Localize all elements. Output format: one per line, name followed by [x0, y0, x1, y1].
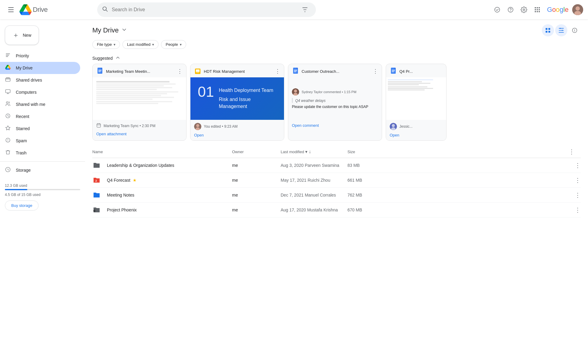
svg-point-21 [6, 102, 8, 103]
hdt-line2: Risk and Issue Management [219, 96, 277, 110]
sidebar-item-label-storage: Storage [16, 168, 31, 173]
menu-button[interactable] [5, 4, 17, 16]
card-action-marketing[interactable]: Open attachment [96, 132, 127, 136]
file-name-project-phoenix: Project Phoenix [107, 207, 232, 212]
sidebar-item-spam[interactable]: Spam [0, 135, 80, 147]
card-meta-hdt: You edited • 9:23 AM [194, 123, 280, 130]
file-more-button-project-phoenix[interactable]: ⋮ [575, 207, 581, 213]
sidebar-item-shared-drives[interactable]: Shared drives [0, 74, 80, 86]
card-header-left-marketing: Marketing Team Meetin... [96, 68, 150, 75]
sort-direction-icon: ▾ [305, 149, 307, 154]
file-row-q4-forecast[interactable]: 2 Q4 Forecast ★ me May 17, 2021 Ruichi Z… [92, 173, 581, 188]
app-name: Drive [33, 6, 48, 14]
card-footer-marketing: Marketing Team Sync • 2:30 PM Open attac… [93, 120, 186, 139]
drive-title-chevron-icon[interactable] [121, 27, 127, 34]
buy-storage-button[interactable]: Buy storage [5, 201, 39, 211]
filter-chip-last-modified[interactable]: Last modified ▾ [122, 40, 159, 49]
new-button[interactable]: ＋ New [5, 25, 39, 45]
file-row-project-phoenix[interactable]: Project Phoenix me Aug 17, 2020 Mustafa … [92, 203, 581, 217]
commenter-info-outreach: Sydney Taylor commented • 1:15 PM [302, 90, 356, 94]
card-footer-q4: Jessic... Open [386, 120, 446, 140]
svg-point-30 [562, 30, 563, 31]
file-more-button-leadership[interactable]: ⋮ [575, 162, 581, 169]
filter-chip-people[interactable]: People ▾ [161, 40, 186, 49]
file-size-meeting-notes: 762 MB [347, 193, 569, 197]
card-preview-outreach: Sydney Taylor commented • 1:15 PM Q4 wea… [288, 77, 382, 120]
suggested-header: Suggested [85, 52, 588, 64]
drive-title-area: My Drive [92, 26, 127, 34]
file-row-leadership[interactable]: Leadership & Organization Updates me Aug… [92, 158, 581, 173]
svg-rect-46 [294, 72, 296, 72]
card-title-outreach: Customer Outreach... [302, 69, 339, 74]
card-action-q4[interactable]: Open [390, 133, 399, 137]
card-menu-button-marketing[interactable]: ⋮ [177, 68, 183, 75]
google-logo-text: Google [547, 6, 569, 14]
column-more-button[interactable]: ⋮ [569, 148, 575, 155]
svg-rect-51 [392, 70, 395, 70]
file-more-button-q4-forecast[interactable]: ⋮ [575, 177, 581, 184]
sidebar-item-trash[interactable]: Trash [0, 147, 80, 159]
card-action-hdt[interactable]: Open [194, 133, 204, 137]
filter-chip-file-type[interactable]: File type ▾ [92, 40, 120, 49]
file-row-meeting-notes[interactable]: Meeting Notes me Dec 7, 2021 Manuel Corr… [92, 188, 581, 203]
card-action-outreach[interactable]: Open comment [292, 123, 319, 128]
folder-icon-meeting-notes [92, 191, 101, 199]
card-menu-button-outreach[interactable]: ⋮ [373, 68, 378, 75]
my-drive-icon [5, 65, 11, 72]
search-filter-button[interactable] [299, 4, 311, 16]
file-more-button-meeting-notes[interactable]: ⋮ [575, 192, 581, 198]
svg-rect-5 [539, 7, 540, 8]
svg-rect-53 [392, 72, 394, 72]
svg-rect-44 [294, 70, 297, 70]
commenter-name-outreach: Sydney Taylor [302, 90, 323, 94]
info-button[interactable] [569, 24, 581, 36]
drive-title: My Drive [92, 26, 119, 34]
file-owner-leadership: me [232, 163, 281, 168]
search-input[interactable] [112, 7, 295, 12]
storage-bar-fill [5, 189, 27, 190]
card-preview-q4 [386, 77, 446, 120]
svg-point-48 [294, 89, 297, 93]
topbar-right: Google [491, 4, 583, 16]
sidebar-item-label-shared-with-me: Shared with me [16, 102, 45, 107]
sidebar-item-my-drive[interactable]: My Drive [0, 62, 80, 74]
logo-area[interactable]: Drive [19, 4, 48, 16]
sidebar-item-label-priority: Priority [16, 53, 29, 58]
sidebar-item-label-spam: Spam [16, 138, 27, 143]
svg-rect-25 [546, 28, 548, 30]
svg-rect-17 [6, 56, 8, 57]
column-header-last-modified[interactable]: Last modified ▾ ↓ [281, 149, 347, 154]
help-button[interactable] [504, 4, 517, 16]
card-header-hdt: HDT Risk Management ⋮ [190, 64, 284, 77]
filter-file-type-label: File type [97, 42, 112, 47]
user-avatar[interactable] [572, 4, 583, 15]
tasks-button[interactable] [491, 4, 503, 16]
card-header-marketing: Marketing Team Meetin... ⋮ [93, 64, 186, 77]
sidebar-item-recent[interactable]: Recent [0, 110, 80, 123]
card-q4-preview[interactable]: Q4 Pr... [386, 64, 446, 141]
storage-bar-background [5, 189, 80, 190]
sidebar-item-starred[interactable]: Starred [0, 123, 80, 135]
card-menu-button-hdt[interactable]: ⋮ [275, 68, 280, 75]
sidebar-item-priority[interactable]: Priority [0, 50, 80, 62]
grid-view-button[interactable] [542, 24, 554, 36]
sidebar-item-storage[interactable]: Storage [0, 164, 80, 176]
card-hdt-risk[interactable]: HDT Risk Management ⋮ 01 Health Deployme… [190, 64, 284, 141]
card-marketing-meeting[interactable]: Marketing Team Meetin... ⋮ [92, 64, 186, 141]
sidebar-item-shared-with-me[interactable]: Shared with me [0, 98, 80, 110]
user-avatar-hdt [194, 123, 201, 130]
card-preview-doc-marketing [93, 77, 186, 120]
apps-button[interactable] [531, 4, 543, 16]
settings-button[interactable] [518, 4, 530, 16]
file-owner-q4-forecast: me [232, 178, 281, 183]
column-header-size: Size [347, 150, 569, 154]
card-title-marketing: Marketing Team Meetin... [106, 69, 150, 74]
suggested-collapse-icon[interactable] [115, 55, 121, 61]
card-customer-outreach[interactable]: Customer Outreach... ⋮ [288, 64, 382, 141]
filter-view-button[interactable] [555, 24, 567, 36]
file-actions-project-phoenix: ⋮ [569, 206, 581, 214]
file-modified-leadership: Aug 3, 2020 Parveen Swamina [281, 163, 347, 168]
sidebar-item-computers[interactable]: Computers [0, 86, 80, 98]
computers-icon [5, 89, 11, 96]
svg-rect-33 [98, 70, 101, 70]
